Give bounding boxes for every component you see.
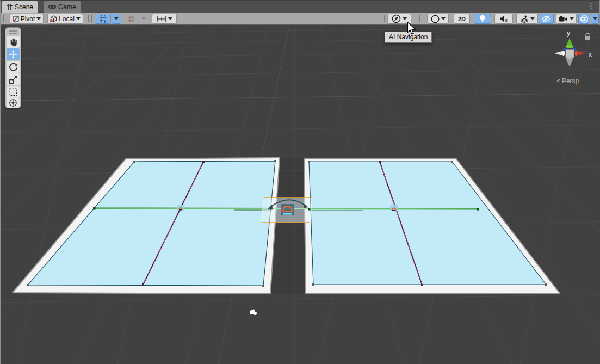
scene-toolbar: Pivot Local Y (1, 13, 599, 25)
navmesh-overlay-right (309, 162, 546, 285)
toolbar-separator (88, 15, 92, 22)
navmesh-link-gizmo-small-left[interactable] (177, 205, 184, 211)
lightbulb-icon (479, 15, 486, 23)
move-tool-icon (8, 50, 18, 59)
camera-icon (559, 16, 568, 22)
pivot-dropdown[interactable]: Pivot (10, 14, 44, 24)
eye-slash-icon (542, 15, 550, 22)
scene-geometry (1, 25, 600, 364)
increment-snap-caret-icon (141, 17, 146, 20)
axis-neg-y-cone[interactable] (566, 59, 573, 67)
rect-tool-icon (9, 88, 18, 97)
toolbar-separator-2 (381, 15, 385, 22)
ai-navigation-compass-icon (392, 14, 401, 23)
local-cube-icon (50, 15, 57, 22)
audio-toggle[interactable] (494, 14, 513, 24)
increment-snap-dropdown[interactable] (139, 14, 149, 24)
camera-caret-icon (570, 17, 574, 20)
mouse-cursor (407, 22, 418, 38)
toolbar-drag-handle[interactable] (3, 15, 7, 22)
overflow-menu-icon[interactable]: ⋮ (587, 1, 595, 11)
lighting-toggle[interactable] (474, 14, 491, 24)
scene-grid-icon (7, 4, 13, 10)
pivot-icon (13, 16, 19, 22)
gizmos-caret-icon (593, 17, 597, 20)
gizmos-icon (580, 15, 589, 23)
persp-toggle-icon: ≤ (556, 77, 560, 85)
persp-label: Persp (562, 77, 579, 85)
rotate-tool[interactable] (7, 61, 20, 73)
gizmos-toggle[interactable] (578, 14, 590, 24)
draw-mode-caret-icon (441, 17, 446, 20)
scale-tool-icon (9, 75, 18, 84)
increment-snap-toggle[interactable] (125, 14, 138, 24)
snap-settings-button[interactable] (152, 14, 177, 24)
grid-snap-icon: Y (99, 15, 107, 23)
transform-tool-icon (9, 98, 17, 107)
tab-game[interactable]: Game (44, 1, 81, 13)
hand-tool-icon (9, 38, 18, 47)
small-white-object[interactable] (250, 310, 257, 316)
grid-snap-toggle[interactable]: Y (95, 14, 111, 24)
ruler-icon (157, 16, 166, 22)
pivot-caret-icon (36, 17, 41, 20)
axis-center-cube[interactable] (566, 50, 574, 58)
svg-text:Y: Y (103, 18, 107, 23)
transform-tool[interactable] (7, 98, 20, 108)
tab-bar: Scene Game ⋮ (1, 1, 599, 13)
game-gamepad-icon (48, 4, 56, 9)
snap-settings-caret-icon (168, 17, 172, 20)
orientation-gizmo[interactable] (554, 38, 585, 67)
grid-snap-caret-icon (114, 17, 119, 20)
effects-caret-icon (530, 17, 535, 20)
shaded-sphere-icon (431, 15, 440, 23)
draw-mode-dropdown[interactable] (427, 14, 449, 24)
scale-tool[interactable] (7, 73, 20, 85)
camera-settings-dropdown[interactable] (556, 14, 577, 24)
navmesh-link-icon[interactable] (281, 204, 294, 215)
tool-palette (5, 27, 21, 108)
view-hand-tool[interactable] (7, 36, 20, 48)
navmesh-link-gizmo-small-right[interactable] (390, 205, 398, 211)
orientation-caret-icon (76, 17, 81, 20)
axis-x-label: x (589, 51, 592, 58)
lock-icon[interactable] (585, 33, 590, 40)
unity-scene-view-window: Scene Game ⋮ Pivot Local Y (0, 0, 600, 364)
grid-snap-dropdown[interactable] (112, 14, 121, 24)
effects-icon (520, 15, 529, 23)
orientation-dropdown[interactable]: Local (47, 14, 83, 24)
2d-toggle[interactable]: 2D (454, 14, 470, 24)
rotate-tool-icon (9, 63, 18, 72)
effects-dropdown[interactable] (516, 14, 538, 24)
tab-scene[interactable]: Scene (2, 1, 38, 13)
rect-tool[interactable] (7, 86, 20, 98)
orientation-label: Local (59, 15, 75, 23)
toolbar-separator-3 (419, 15, 423, 22)
move-tool[interactable] (7, 48, 20, 60)
pivot-label: Pivot (21, 15, 35, 23)
increment-snap-icon (127, 15, 135, 23)
2d-label: 2D (458, 16, 466, 22)
tab-game-label: Game (58, 3, 76, 11)
scene-visibility-toggle[interactable] (539, 14, 554, 24)
gizmos-dropdown[interactable] (591, 14, 599, 24)
palette-drag-handle[interactable] (9, 30, 17, 34)
scene-viewport[interactable]: ≤ Persp y x (1, 25, 600, 364)
axis-y-label: y (567, 29, 570, 37)
ai-navigation-caret-icon (403, 17, 407, 20)
audio-muted-icon (499, 15, 508, 22)
tab-scene-label: Scene (15, 3, 33, 11)
persp-indicator[interactable]: ≤ Persp (556, 77, 579, 85)
